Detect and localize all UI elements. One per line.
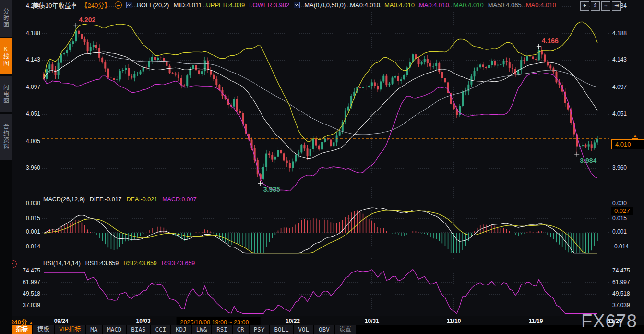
price-annotations: 4.2023.9354.1663.984	[73, 16, 596, 194]
toolbar-item-MA[interactable]: MA	[86, 325, 102, 334]
price-axis-label: 4.005	[10, 138, 40, 145]
macd-axis-label: 0.001	[612, 228, 627, 235]
scale-vertical-icon[interactable]: ⇕	[591, 1, 600, 11]
rsi-chart-canvas[interactable]	[42, 258, 609, 316]
boll-upper: UPPER:4.039	[206, 1, 245, 9]
macd-params: MACD(26,12,9)	[43, 196, 85, 203]
price-axis-label: 4.143	[10, 56, 40, 63]
price-axis-label: 4.051	[10, 111, 40, 117]
price-axis-label: 3.960	[612, 164, 627, 171]
macd-axis-label: -0.014	[612, 243, 629, 250]
boll-indicator-icon[interactable]	[126, 2, 132, 8]
ma-indicator-icon[interactable]	[294, 2, 300, 8]
toolbar-item-MACD[interactable]: MACD	[103, 325, 126, 334]
toolbar-item-VOL[interactable]: VOL	[294, 325, 314, 334]
chart-window-controls: +⇕⇔⇥	[580, 1, 621, 11]
ma-value: MA0:4.010	[526, 1, 556, 9]
candles-layer	[43, 25, 598, 184]
macd-axis-label: 0.015	[10, 215, 40, 222]
date-tick-label: 10/03	[136, 318, 151, 324]
date-tick-label: 11/10	[447, 318, 461, 324]
boll-label: BOLL(20,2)	[137, 1, 169, 9]
sidebar-item-1[interactable]: 分时图	[0, 0, 12, 37]
rsi-axis-label: 49.518	[10, 290, 40, 297]
toolbar-item-OBV[interactable]: OBV	[314, 325, 334, 334]
extreme-price-label: 3.935	[263, 186, 280, 193]
collapse-panel-icon[interactable]	[115, 1, 122, 9]
rsi-axis-label: 61.997	[10, 279, 40, 285]
toolbar-item-VIP指标[interactable]: VIP指标	[55, 325, 85, 334]
extreme-price-label: 3.984	[580, 157, 596, 164]
toolbar-item-BOLL[interactable]: BOLL	[270, 325, 293, 334]
ma-label: MA(0,0,0,50,0)	[304, 1, 346, 9]
date-tick-label: 10/22	[286, 318, 300, 324]
sidebar-item-2[interactable]: K线图	[0, 38, 12, 74]
rsi1-value: RSI1:43.659	[85, 260, 119, 267]
price-axis-label: 4.143	[612, 56, 627, 63]
macd-axis-label: 0.001	[10, 228, 40, 235]
time-axis: 240分 ▲ 09/2410/0310/2210/3111/1011/1911/…	[0, 316, 644, 325]
toolbar-item-LW&[interactable]: LW&	[192, 325, 212, 334]
rsi2-value: RSI2:43.659	[123, 260, 157, 267]
macd-chart-canvas[interactable]	[42, 195, 609, 257]
rsi-line	[44, 270, 597, 314]
extreme-price-label: 4.202	[79, 16, 95, 24]
toolbar-item-KDJ[interactable]: KDJ	[171, 325, 191, 334]
rsi-axis-label: 37.039	[10, 302, 40, 309]
sidebar-item-3[interactable]: 闪电图	[0, 76, 12, 112]
date-tick-label: 10/31	[365, 318, 379, 324]
rsi-panel-header: RSI(14,14,14) RSI1:43.659 RSI2:43.659 RS…	[43, 260, 195, 267]
boll-lower: LOWER:3.982	[249, 1, 289, 9]
boll-mid-line	[44, 52, 597, 158]
extreme-price-label: 4.166	[542, 37, 559, 45]
ma-chip-glyph	[294, 2, 300, 8]
indicator-toolbar: 指标模板VIP指标MAMACDBIASCCIKDJLW&RSICRPSYBOLL…	[0, 325, 644, 334]
toolbar-item-设置[interactable]: 设置	[335, 325, 356, 334]
price-axis-label: 4.051	[612, 111, 627, 117]
dock-right-icon[interactable]: ⇥	[612, 1, 621, 11]
main-price-chart-canvas[interactable]: 4.2023.9354.1663.984	[42, 5, 609, 195]
price-axis-label: 4.188	[612, 30, 627, 37]
toolbar-item-指标[interactable]: 指标	[12, 325, 32, 334]
chevron-up-icon: ▲	[29, 321, 33, 325]
date-tick-label: 11/29	[608, 318, 622, 324]
macd-dea-value: DEA:-0.021	[127, 196, 158, 203]
ma-value: MA0:4.010	[384, 1, 415, 9]
overlay-lines	[44, 22, 597, 191]
rsi-axis-label: 61.997	[612, 279, 630, 285]
toolbar-item-模板[interactable]: 模板	[33, 325, 54, 334]
scroll-to-latest-icon[interactable]: ▲	[632, 134, 638, 139]
sidebar-item-4[interactable]: 合约资料	[0, 114, 12, 160]
boll-upper-line	[44, 22, 597, 141]
toolbar-item-CR[interactable]: CR	[233, 325, 249, 334]
instrument-title: 美债10年收益率	[33, 0, 77, 10]
grid	[42, 258, 609, 316]
boll-lower-line	[44, 73, 597, 191]
trading-chart-app: 分时图K线图闪电图合约资料 美债10年收益率 【240分】 BOLL(20,2)…	[0, 0, 644, 334]
macd-macd-value: MACD:0.007	[162, 196, 197, 203]
toolbar-item-RSI[interactable]: RSI	[212, 325, 232, 334]
boll-chip-glyph	[126, 2, 132, 8]
period-selector-label: 240分	[11, 319, 27, 326]
date-tick-label: 09/24	[54, 318, 69, 324]
ma-values: MA0:4.010MA0:4.010MA0:4.010MA0:4.010MA50…	[350, 1, 556, 9]
price-axis-label: 4.097	[10, 84, 40, 90]
macd-axis-label: 0.015	[612, 215, 627, 222]
toolbar-item-CCI[interactable]: CCI	[151, 325, 170, 334]
price-axis-label: 3.960	[10, 164, 40, 171]
rsi3-value: RSI3:43.659	[162, 260, 195, 267]
rsi-axis-label: 37.039	[612, 302, 630, 309]
macd-axis-label: -0.014	[10, 243, 40, 250]
grid	[42, 5, 609, 195]
toolbar-item-BIAS[interactable]: BIAS	[127, 325, 150, 334]
pan-icon[interactable]: +	[580, 1, 589, 11]
scale-horizontal-icon[interactable]: ⇔	[601, 1, 610, 11]
price-axis-label: 4.188	[10, 30, 40, 37]
date-tick-label: 11/19	[529, 318, 543, 324]
toolbar-item-PSY[interactable]: PSY	[250, 325, 269, 334]
ma-value: MA0:4.010	[453, 1, 484, 9]
left-sidebar: 分时图K线图闪电图合约资料	[0, 0, 12, 334]
rsi-axis-label: 49.518	[612, 290, 630, 297]
period-label[interactable]: 【240分】	[81, 0, 110, 10]
ma-value: MA50:4.065	[488, 1, 522, 9]
